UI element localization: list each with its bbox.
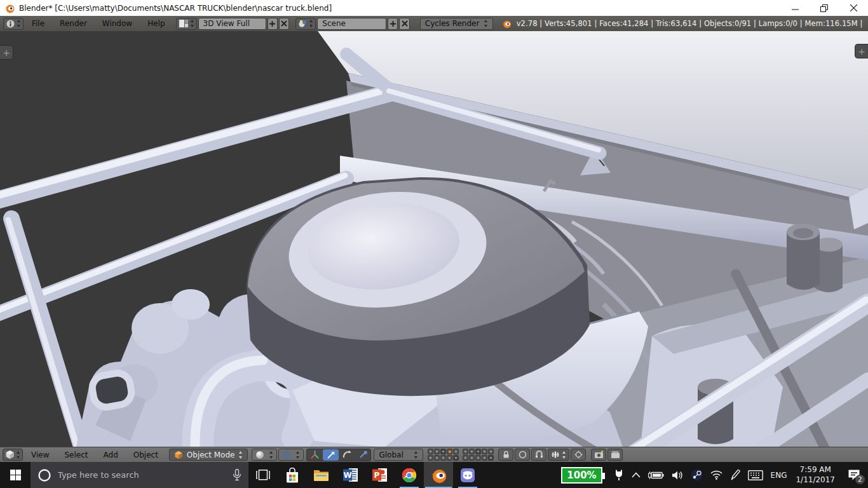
touch-keyboard-tray-icon[interactable] <box>744 462 767 488</box>
chevron-updown-icon <box>484 19 488 28</box>
microphone-icon[interactable] <box>233 469 241 481</box>
restore-button[interactable] <box>810 0 839 16</box>
menu-render[interactable]: Render <box>53 16 94 31</box>
steam-icon <box>691 469 703 481</box>
task-view-button[interactable] <box>248 462 278 488</box>
transform-orientation-select[interactable]: Global <box>374 449 423 461</box>
taskbar-app-file-explorer[interactable] <box>307 462 336 488</box>
opengl-render-anim-button[interactable] <box>607 449 623 461</box>
screen-layout-icon <box>179 19 189 28</box>
chevron-updown-icon <box>309 19 313 28</box>
scene-icon <box>298 19 308 28</box>
taskbar-app-blender[interactable] <box>424 462 453 488</box>
show-hidden-icons-button[interactable] <box>628 462 644 488</box>
taskbar-search[interactable] <box>31 462 248 488</box>
proportional-edit-button[interactable] <box>515 449 530 461</box>
action-center-button[interactable]: 2 <box>840 462 868 488</box>
chevron-up-icon <box>632 472 641 478</box>
volume-tray-icon[interactable] <box>668 462 687 488</box>
search-input[interactable] <box>58 470 226 480</box>
menu-file[interactable]: File <box>25 16 51 31</box>
battery-charging-icon <box>648 471 664 480</box>
taskbar-app-discord[interactable] <box>453 462 482 488</box>
snap-toggle-button[interactable] <box>531 449 546 461</box>
snap-target-button[interactable] <box>571 449 586 461</box>
toolshelf-expand-tab[interactable]: + <box>0 45 13 60</box>
language-indicator[interactable]: ENG <box>767 462 791 488</box>
cortana-icon <box>37 468 51 482</box>
close-button[interactable] <box>839 0 868 16</box>
lock-icon <box>502 451 510 459</box>
menu-window[interactable]: Window <box>95 16 139 31</box>
scale-manipulator-button[interactable] <box>355 449 370 461</box>
menu-add[interactable]: Add <box>97 447 125 462</box>
wifi-icon <box>710 470 722 480</box>
menu-select[interactable]: Select <box>57 447 95 462</box>
chevron-updown-icon <box>238 451 243 459</box>
add-layout-button[interactable] <box>268 18 278 30</box>
editor-type-selector[interactable] <box>3 18 24 30</box>
3d-viewport[interactable]: + + <box>0 31 868 447</box>
properties-expand-tab[interactable]: + <box>855 44 868 58</box>
viewport-shading-select[interactable] <box>252 449 277 461</box>
translate-manipulator-button[interactable] <box>323 449 339 461</box>
pivot-point-select[interactable] <box>278 449 304 461</box>
3d-view-editor-icon <box>5 450 15 459</box>
layers-widget[interactable] <box>428 449 494 461</box>
add-scene-button[interactable] <box>388 18 398 30</box>
axes-icon <box>310 450 320 459</box>
chevron-updown-icon <box>190 19 194 28</box>
start-button[interactable] <box>0 462 31 488</box>
menu-view[interactable]: View <box>24 447 56 462</box>
task-view-icon <box>256 470 270 480</box>
translate-arrow-icon <box>327 451 336 459</box>
pivot-icon <box>282 451 291 459</box>
taskbar-app-word[interactable]: W <box>336 462 365 488</box>
rotate-arc-icon <box>342 451 351 459</box>
window-title: Blender* [C:\Users\matty\Documents\NASCA… <box>19 4 332 13</box>
active-layer[interactable] <box>447 449 452 454</box>
screen-layout-name[interactable]: 3D View Full <box>198 18 266 30</box>
delete-scene-button[interactable] <box>399 18 409 30</box>
file-explorer-icon <box>313 468 330 482</box>
taskbar-app-store[interactable] <box>278 462 307 488</box>
chevron-updown-icon <box>17 19 21 28</box>
rotate-manipulator-button[interactable] <box>339 449 355 461</box>
minimize-button[interactable] <box>780 0 810 16</box>
screen-layout-browse[interactable] <box>176 18 197 30</box>
info-editor-icon <box>6 19 15 29</box>
plug-icon <box>614 470 624 481</box>
steam-tray-icon[interactable] <box>687 462 707 488</box>
svg-text:W: W <box>343 471 351 480</box>
scene-name[interactable]: Scene <box>317 18 386 30</box>
editor-type-selector[interactable] <box>3 449 23 461</box>
snap-element-select[interactable] <box>548 449 569 461</box>
mode-select[interactable]: Object Mode <box>169 449 248 461</box>
render-engine-select[interactable]: Cycles Render <box>420 18 494 30</box>
manipulator-toggle-button[interactable] <box>307 449 323 461</box>
menu-help[interactable]: Help <box>140 16 172 31</box>
chrome-icon <box>402 468 417 483</box>
chevron-updown-icon <box>16 451 20 459</box>
battery-tray-icon[interactable] <box>644 462 668 488</box>
snap-increment-icon <box>551 451 560 459</box>
wifi-tray-icon[interactable] <box>707 462 726 488</box>
engine-model-scene <box>0 31 868 447</box>
scene-browse[interactable] <box>295 18 316 30</box>
microsoft-store-icon <box>285 468 299 483</box>
scale-icon <box>358 451 367 459</box>
taskbar-app-powerpoint[interactable]: P <box>365 462 395 488</box>
clock-date: 1/11/2017 <box>796 475 835 485</box>
lock-to-scene-button[interactable] <box>498 449 513 461</box>
battery-percent-widget[interactable]: 100% <box>561 467 602 484</box>
menu-object[interactable]: Object <box>126 447 165 462</box>
taskbar-app-chrome[interactable] <box>395 462 424 488</box>
power-plug-tray-icon[interactable] <box>610 462 628 488</box>
taskbar-clock[interactable]: 7:59 AM 1/11/2017 <box>790 462 840 488</box>
pen-icon <box>730 470 740 480</box>
scene-statistics: v2.78 | Verts:45,801 | Faces:41,284 | Tr… <box>517 19 865 28</box>
opengl-render-button[interactable] <box>591 449 606 461</box>
snap-target-icon <box>574 451 583 459</box>
pen-tray-icon[interactable] <box>726 462 744 488</box>
delete-layout-button[interactable] <box>279 18 289 30</box>
